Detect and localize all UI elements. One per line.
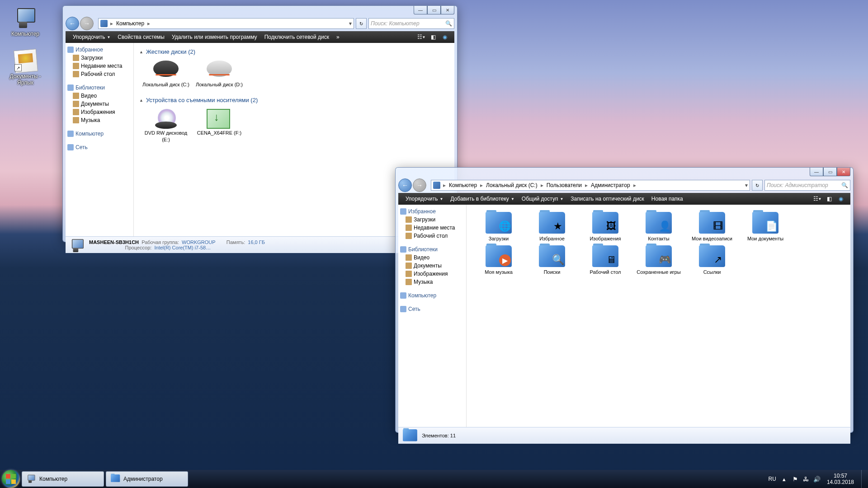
sidebar-item-music[interactable]: Музыка — [66, 116, 133, 124]
tray-clock[interactable]: 10:5714.03.2018 — [822, 473, 859, 486]
search-icon: 🔍 — [841, 182, 848, 188]
preview-pane-button[interactable]: ◧ — [429, 33, 438, 42]
maximize-button[interactable]: ▭ — [427, 6, 441, 14]
sidebar-libraries-header[interactable]: Библиотеки — [66, 84, 133, 92]
tray-action-center-icon[interactable]: ⚑ — [791, 475, 799, 483]
view-mode-button[interactable]: ☷▼ — [813, 194, 822, 203]
taskbar: Компьютер Администратор RU ▴ ⚑ 🖧 🔊 10:57… — [0, 470, 868, 488]
windows-logo-icon — [6, 474, 16, 484]
refresh-button[interactable]: ↻ — [356, 18, 367, 29]
sidebar-item-recent[interactable]: Недавние места — [66, 62, 133, 70]
show-desktop-button[interactable] — [861, 470, 866, 488]
back-button[interactable]: ← — [66, 17, 79, 30]
sidebar-item-videos[interactable]: Видео — [398, 253, 466, 262]
sidebar-favorites-header[interactable]: Избранное — [66, 46, 133, 54]
breadcrumb-computer[interactable]: Компьютер — [447, 182, 479, 188]
category-hard-disks[interactable]: ▲Жесткие диски (2) — [139, 47, 449, 57]
address-bar[interactable]: ▸Компьютер ▸Локальный диск (C:) ▸Пользов… — [431, 180, 750, 191]
desktop-icon-label: Компьютер — [7, 31, 43, 37]
sidebar-item-pictures[interactable]: Изображения — [398, 270, 466, 278]
sidebar-item-network[interactable]: Сеть — [66, 143, 133, 151]
toolbar-burn[interactable]: Записать на оптический диск — [567, 196, 648, 202]
minimize-button[interactable]: — — [810, 168, 823, 176]
sidebar-item-downloads[interactable]: Загрузки — [398, 216, 466, 224]
folder-searches[interactable]: 🔍Поиски — [525, 244, 579, 277]
close-button[interactable]: ✕ — [441, 6, 454, 14]
toolbar-more[interactable]: » — [333, 34, 343, 40]
close-button[interactable]: ✕ — [837, 168, 850, 176]
toolbar-add-library[interactable]: Добавить в библиотеку▼ — [447, 196, 518, 202]
drive-e-dvd[interactable]: DVD RW дисковод (E:) — [139, 107, 193, 145]
sidebar-item-pictures[interactable]: Изображения — [66, 108, 133, 116]
folder-desktop[interactable]: 🖥Рабочий стол — [579, 244, 632, 277]
desktop-icon-documents-shortcut[interactable]: ↗ Документы - Ярлык — [7, 50, 43, 86]
sidebar-item-computer[interactable]: Компьютер — [66, 130, 133, 138]
back-button[interactable]: ← — [398, 178, 412, 192]
start-button[interactable] — [2, 470, 20, 488]
preview-pane-button[interactable]: ◧ — [825, 194, 834, 203]
sidebar-item-recent[interactable]: Недавние места — [398, 224, 466, 232]
tray-volume-icon[interactable]: 🔊 — [813, 475, 821, 483]
status-item-count: Элементов: 11 — [422, 433, 456, 438]
sidebar-favorites-header[interactable]: Избранное — [398, 207, 466, 216]
refresh-button[interactable]: ↻ — [752, 180, 763, 191]
breadcrumb-administrator[interactable]: Администратор — [589, 182, 632, 188]
sidebar-item-desktop[interactable]: Рабочий стол — [398, 232, 466, 240]
sidebar-item-videos[interactable]: Видео — [66, 92, 133, 100]
forward-button[interactable]: → — [413, 178, 426, 192]
toolbar-system-properties[interactable]: Свойства системы — [114, 34, 168, 40]
toolbar-share[interactable]: Общий доступ▼ — [518, 196, 567, 202]
category-removable[interactable]: ▲Устройства со съемными носителями (2) — [139, 95, 449, 105]
search-input[interactable]: Поиск: Администратор 🔍 — [764, 180, 850, 191]
folder-music[interactable]: ▶Моя музыка — [472, 244, 525, 277]
tray-show-hidden-icon[interactable]: ▴ — [780, 475, 788, 483]
sidebar-item-music[interactable]: Музыка — [398, 278, 466, 286]
toolbar-uninstall[interactable]: Удалить или изменить программу — [168, 34, 261, 40]
search-input[interactable]: Поиск: Компьютер 🔍 — [368, 18, 454, 29]
breadcrumb-users[interactable]: Пользователи — [544, 182, 584, 188]
toolbar-organize[interactable]: Упорядочить▼ — [402, 196, 447, 202]
sidebar-item-documents[interactable]: Документы — [398, 262, 466, 270]
help-button[interactable]: ◉ — [440, 33, 449, 42]
forward-button[interactable]: → — [80, 17, 94, 30]
folder-documents[interactable]: 📄Мои документы — [739, 210, 792, 244]
folder-downloads[interactable]: 🌐Загрузки — [472, 210, 525, 244]
explorer-window-administrator[interactable]: — ▭ ✕ ← → ▸Компьютер ▸Локальный диск (C:… — [395, 167, 854, 433]
sidebar-item-computer[interactable]: Компьютер — [398, 291, 466, 300]
tray-language[interactable]: RU — [769, 476, 776, 482]
computer-icon — [433, 182, 440, 189]
drive-f[interactable]: CENA_X64FRE (F:) — [193, 107, 246, 145]
drive-c[interactable]: Локальный диск (C:) — [139, 59, 193, 89]
folder-favorites[interactable]: ★Избранное — [525, 210, 579, 244]
folder-videos[interactable]: 🎞Мои видеозаписи — [685, 210, 739, 244]
desktop-icon-computer[interactable]: Компьютер — [7, 7, 43, 37]
sidebar-item-downloads[interactable]: Загрузки — [66, 54, 133, 62]
sidebar-item-documents[interactable]: Документы — [66, 100, 133, 108]
search-placeholder: Поиск: Администратор — [767, 182, 828, 188]
folder-saved-games[interactable]: 🎮Сохраненные игры — [632, 244, 685, 277]
tray-network-icon[interactable]: 🖧 — [802, 475, 810, 483]
sidebar-item-network[interactable]: Сеть — [398, 305, 466, 313]
toolbar-new-folder[interactable]: Новая папка — [648, 196, 687, 202]
address-bar[interactable]: ▸ Компьютер ▸ ▾ — [98, 18, 354, 29]
help-button[interactable]: ◉ — [836, 194, 845, 203]
sidebar-item-desktop[interactable]: Рабочий стол — [66, 70, 133, 78]
toolbar-map-drive[interactable]: Подключить сетевой диск — [261, 34, 333, 40]
drive-d[interactable]: Локальный диск (D:) — [193, 59, 246, 89]
breadcrumb-computer[interactable]: Компьютер — [114, 20, 146, 27]
maximize-button[interactable]: ▭ — [823, 168, 837, 176]
minimize-button[interactable]: — — [414, 6, 427, 14]
toolbar-organize[interactable]: Упорядочить▼ — [69, 34, 114, 40]
sidebar-libraries-header[interactable]: Библиотеки — [398, 245, 466, 253]
system-tray: RU ▴ ⚑ 🖧 🔊 10:5714.03.2018 — [769, 470, 866, 488]
navigation-pane: Избранное Загрузки Недавние места Рабочи… — [398, 205, 466, 427]
folder-contacts[interactable]: 👤Контакты — [632, 210, 685, 244]
breadcrumb-drive-c[interactable]: Локальный диск (C:) — [484, 182, 540, 188]
folder-links[interactable]: ↗Ссылки — [685, 244, 739, 277]
search-placeholder: Поиск: Компьютер — [371, 20, 420, 27]
taskbar-button-administrator[interactable]: Администратор — [106, 471, 188, 487]
taskbar-button-computer[interactable]: Компьютер — [22, 471, 104, 487]
toolbar: Упорядочить▼ Свойства системы Удалить ил… — [66, 31, 454, 43]
folder-pictures[interactable]: 🖼Изображения — [579, 210, 632, 244]
view-mode-button[interactable]: ☷▼ — [417, 33, 426, 42]
